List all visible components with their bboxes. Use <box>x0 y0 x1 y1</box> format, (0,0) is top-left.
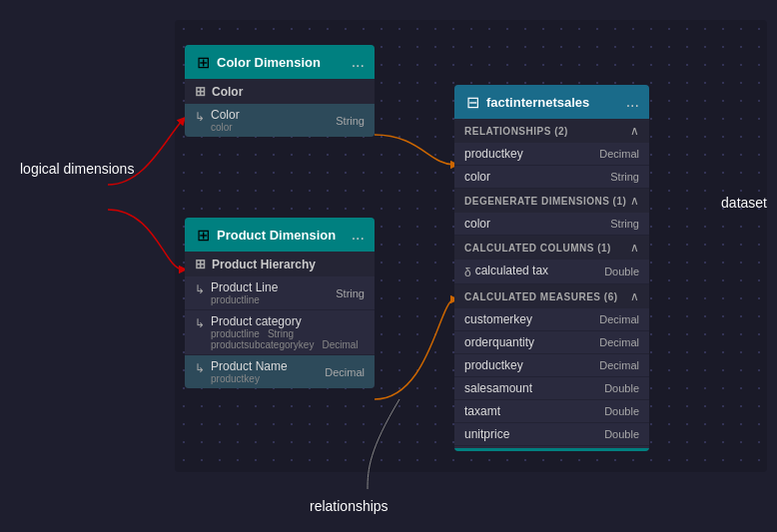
product-line-name: Product Line <box>211 280 332 294</box>
calc-col-section-header[interactable]: CALCULATED COLUMNS (1) ∧ <box>454 236 649 260</box>
fact-card: ⊟ factinternetsales ... RELATIONSHIPS (2… <box>454 85 649 451</box>
calc-meas-title: CALCULATED MEASURES (6) <box>464 291 618 302</box>
degen-section-header[interactable]: DEGENERATE DIMENSIONS (1) ∧ <box>454 189 649 213</box>
meas-taxamt-row[interactable]: taxamt Double <box>454 400 649 423</box>
meas-unitprice-row[interactable]: unitprice Double <box>454 423 649 446</box>
fact-menu[interactable]: ... <box>626 93 639 111</box>
rel-color-row[interactable]: color String <box>454 166 649 189</box>
rel-productkey-row[interactable]: productkey Decimal <box>454 143 649 166</box>
product-dimension-title: Product Dimension <box>217 228 352 243</box>
meas-salesamount-type: Double <box>604 382 639 394</box>
meas-orderqty-row[interactable]: orderquantity Decimal <box>454 331 649 354</box>
meas-customerkey-type: Decimal <box>599 313 639 325</box>
degen-color-content: color <box>464 217 606 231</box>
rel-color-content: color <box>464 170 606 184</box>
product-category-name: Product category <box>211 314 365 328</box>
meas-customerkey-content: customerkey <box>464 312 595 326</box>
product-line-sub: productline <box>211 294 332 305</box>
product-hierarchy-name: Product Hierarchy <box>212 258 316 271</box>
meas-customerkey-name: customerkey <box>464 312 595 326</box>
rel-productkey-content: productkey <box>464 147 595 161</box>
product-name-icon: ↳ <box>195 361 205 375</box>
calc-tax-row[interactable]: δ calculated tax Double <box>454 260 649 284</box>
label-relationships: relationships <box>310 498 388 514</box>
meas-productkey-name: productkey <box>464 358 595 372</box>
color-row-name: Color <box>211 108 332 122</box>
product-dimension-card: ⊞ Product Dimension ... ⊞ Product Hierar… <box>185 218 375 388</box>
relationships-title: RELATIONSHIPS (2) <box>464 126 568 137</box>
product-line-content: Product Line productline <box>211 280 332 305</box>
product-category-type1: String <box>268 328 294 339</box>
meas-customerkey-row[interactable]: customerkey Decimal <box>454 308 649 331</box>
rel-color-type: String <box>610 171 639 183</box>
degen-color-type: String <box>610 218 639 230</box>
calc-tax-content: calculated tax <box>475 264 600 277</box>
meas-taxamt-content: taxamt <box>464 404 600 418</box>
rel-productkey-type: Decimal <box>599 148 639 160</box>
fact-bottom-bar <box>454 448 649 451</box>
delta-icon: δ <box>464 266 471 279</box>
product-dimension-card-header[interactable]: ⊞ Product Dimension ... <box>185 218 375 252</box>
meas-orderqty-type: Decimal <box>599 336 639 348</box>
rel-productkey-name: productkey <box>464 147 595 161</box>
product-dimension-menu[interactable]: ... <box>352 226 365 244</box>
meas-taxamt-name: taxamt <box>464 404 600 418</box>
color-dimension-title: Color Dimension <box>217 55 352 70</box>
product-line-row[interactable]: ↳ Product Line productline String <box>185 276 375 310</box>
calc-meas-chevron: ∧ <box>630 289 639 303</box>
color-row-content: Color color <box>211 108 332 133</box>
color-dimension-menu[interactable]: ... <box>352 53 365 71</box>
product-category-sub2: productsubcategorykey <box>211 339 314 350</box>
product-hierarchy-icon: ⊞ <box>195 257 206 271</box>
meas-salesamount-content: salesamount <box>464 381 600 395</box>
meas-unitprice-type: Double <box>604 428 639 440</box>
color-row-sub: color <box>211 122 332 133</box>
label-logical-dimensions: logical dimensions <box>20 160 134 180</box>
meas-productkey-type: Decimal <box>599 359 639 371</box>
meas-productkey-row[interactable]: productkey Decimal <box>454 354 649 377</box>
product-category-content: Product category productline String prod… <box>211 314 365 350</box>
meas-salesamount-row[interactable]: salesamount Double <box>454 377 649 400</box>
product-name-content: Product Name productkey <box>211 359 321 384</box>
color-group-name: Color <box>212 85 243 99</box>
product-hierarchy-header: ⊞ Product Hierarchy <box>185 252 375 276</box>
product-category-icon: ↳ <box>195 316 205 330</box>
product-line-icon: ↳ <box>195 282 205 296</box>
degen-chevron: ∧ <box>630 194 639 208</box>
fact-card-header[interactable]: ⊟ factinternetsales ... <box>454 85 649 119</box>
product-name-row[interactable]: ↳ Product Name productkey Decimal <box>185 355 375 388</box>
degen-title: DEGENERATE DIMENSIONS (1) <box>464 196 626 207</box>
color-row-type: String <box>336 115 365 127</box>
relationships-section-header[interactable]: RELATIONSHIPS (2) ∧ <box>454 119 649 143</box>
color-dimension-card-header[interactable]: ⊞ Color Dimension ... <box>185 45 375 79</box>
fact-icon: ⊟ <box>464 94 480 110</box>
product-name-sub: productkey <box>211 373 321 384</box>
color-row-item[interactable]: ↳ Color color String <box>185 104 375 137</box>
meas-orderqty-content: orderquantity <box>464 335 595 349</box>
meas-orderqty-name: orderquantity <box>464 335 595 349</box>
color-group-header: ⊞ Color <box>185 79 375 104</box>
product-name-type: Decimal <box>325 366 365 378</box>
product-category-sub1: productline <box>211 328 260 339</box>
product-dim-icon: ⊞ <box>195 227 211 243</box>
degen-color-row[interactable]: color String <box>454 213 649 236</box>
product-category-row[interactable]: ↳ Product category productline String pr… <box>185 310 375 355</box>
color-group-icon: ⊞ <box>195 84 206 99</box>
color-row-icon: ↳ <box>195 110 205 124</box>
calc-meas-section-header[interactable]: CALCULATED MEASURES (6) ∧ <box>454 284 649 308</box>
meas-unitprice-content: unitprice <box>464 427 600 441</box>
calc-tax-type: Double <box>604 266 639 277</box>
fact-title: factinternetsales <box>486 95 626 110</box>
rel-color-name: color <box>464 170 606 184</box>
calc-col-chevron: ∧ <box>630 241 639 255</box>
color-dimension-card: ⊞ Color Dimension ... ⊞ Color ↳ Color co… <box>185 45 375 137</box>
relationships-chevron: ∧ <box>630 124 639 138</box>
calc-col-title: CALCULATED COLUMNS (1) <box>464 243 611 254</box>
meas-salesamount-name: salesamount <box>464 381 600 395</box>
calc-tax-name: calculated tax <box>475 264 600 277</box>
degen-color-name: color <box>464 217 606 231</box>
meas-taxamt-type: Double <box>604 405 639 417</box>
product-category-type2: Decimal <box>322 339 358 350</box>
meas-productkey-content: productkey <box>464 358 595 372</box>
meas-unitprice-name: unitprice <box>464 427 600 441</box>
